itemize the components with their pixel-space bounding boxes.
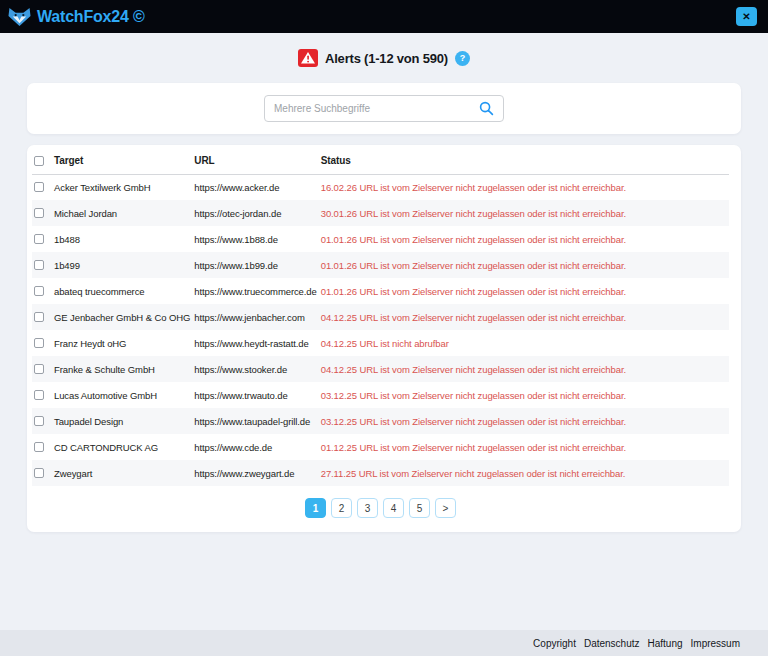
next-page-button[interactable]: > xyxy=(435,498,456,518)
table-row[interactable]: Michael Jordan https://otec-jordan.de 30… xyxy=(32,200,729,226)
alert-warning-icon xyxy=(298,49,318,67)
row-checkbox[interactable] xyxy=(34,468,44,478)
target-cell: CD CARTONDRUCK AG xyxy=(52,434,192,460)
table-row[interactable]: Lucas Automotive GmbH https://www.trwaut… xyxy=(32,382,729,408)
row-checkbox[interactable] xyxy=(34,338,44,348)
url-cell: https://www.cde.de xyxy=(192,434,318,460)
row-checkbox-cell xyxy=(32,434,52,460)
search-card xyxy=(27,83,741,134)
footer-link-copyright[interactable]: Copyright xyxy=(533,638,576,649)
table-row[interactable]: Franke & Schulte GmbH https://www.stooke… xyxy=(32,356,729,382)
row-checkbox-cell xyxy=(32,408,52,434)
page-button-2[interactable]: 2 xyxy=(331,498,352,518)
select-all-cell xyxy=(32,148,52,174)
page-title-row: Alerts (1-12 von 590) ? xyxy=(0,33,768,70)
row-checkbox-cell xyxy=(32,200,52,226)
url-cell: https://www.jenbacher.com xyxy=(192,304,318,330)
row-checkbox[interactable] xyxy=(34,364,44,374)
row-checkbox[interactable] xyxy=(34,234,44,244)
row-checkbox-cell xyxy=(32,304,52,330)
alerts-table-body: Acker Textilwerk GmbH https://www.acker.… xyxy=(32,174,729,486)
url-cell: https://www.taupadel-grill.de xyxy=(192,408,318,434)
search-input[interactable] xyxy=(274,103,473,114)
select-all-checkbox[interactable] xyxy=(34,156,44,166)
url-cell: https://www.stooker.de xyxy=(192,356,318,382)
target-cell: Zweygart xyxy=(52,460,192,486)
column-header-status[interactable]: Status xyxy=(319,148,729,174)
footer-link-haftung[interactable]: Haftung xyxy=(648,638,683,649)
close-button[interactable]: ✕ xyxy=(736,7,757,26)
status-cell: 04.12.25 URL ist vom Zielserver nicht zu… xyxy=(319,304,729,330)
search-box xyxy=(264,95,504,122)
url-cell: https://www.zweygart.de xyxy=(192,460,318,486)
url-cell: https://otec-jordan.de xyxy=(192,200,318,226)
page-title: Alerts (1-12 von 590) xyxy=(325,51,448,66)
fox-logo-icon xyxy=(8,7,31,27)
target-cell: Franz Heydt oHG xyxy=(52,330,192,356)
row-checkbox[interactable] xyxy=(34,442,44,452)
status-cell: 04.12.25 URL ist nicht abrufbar xyxy=(319,330,729,356)
status-cell: 27.11.25 URL ist vom Zielserver nicht zu… xyxy=(319,460,729,486)
row-checkbox-cell xyxy=(32,226,52,252)
page-button-5[interactable]: 5 xyxy=(409,498,430,518)
page-button-1[interactable]: 1 xyxy=(305,498,326,518)
url-cell: https://www.acker.de xyxy=(192,174,318,200)
table-row[interactable]: abateq truecommerce https://www.truecomm… xyxy=(32,278,729,304)
search-icon[interactable] xyxy=(479,101,494,116)
row-checkbox[interactable] xyxy=(34,416,44,426)
brand: WatchFox24 © xyxy=(8,7,144,27)
row-checkbox[interactable] xyxy=(34,286,44,296)
status-cell: 03.12.25 URL ist vom Zielserver nicht zu… xyxy=(319,408,729,434)
table-header-row: Target URL Status xyxy=(32,148,729,174)
table-row[interactable]: 1b488 https://www.1b88.de 01.01.26 URL i… xyxy=(32,226,729,252)
target-cell: Franke & Schulte GmbH xyxy=(52,356,192,382)
target-cell: 1b499 xyxy=(52,252,192,278)
pagination: 1 2 3 4 5 > xyxy=(32,486,729,518)
row-checkbox[interactable] xyxy=(34,260,44,270)
help-icon[interactable]: ? xyxy=(455,51,470,66)
column-header-target[interactable]: Target xyxy=(52,148,192,174)
row-checkbox[interactable] xyxy=(34,208,44,218)
row-checkbox-cell xyxy=(32,460,52,486)
url-cell: https://www.1b88.de xyxy=(192,226,318,252)
target-cell: Michael Jordan xyxy=(52,200,192,226)
status-cell: 30.01.26 URL ist vom Zielserver nicht zu… xyxy=(319,200,729,226)
row-checkbox-cell xyxy=(32,356,52,382)
target-cell: abateq truecommerce xyxy=(52,278,192,304)
target-cell: 1b488 xyxy=(52,226,192,252)
footer-link-datenschutz[interactable]: Datenschutz xyxy=(584,638,640,649)
status-cell: 03.12.25 URL ist vom Zielserver nicht zu… xyxy=(319,382,729,408)
row-checkbox[interactable] xyxy=(34,182,44,192)
topbar: WatchFox24 © ✕ xyxy=(0,0,768,33)
row-checkbox-cell xyxy=(32,174,52,200)
table-row[interactable]: Taupadel Design https://www.taupadel-gri… xyxy=(32,408,729,434)
target-cell: Lucas Automotive GmbH xyxy=(52,382,192,408)
row-checkbox[interactable] xyxy=(34,312,44,322)
status-cell: 01.01.26 URL ist vom Zielserver nicht zu… xyxy=(319,226,729,252)
row-checkbox-cell xyxy=(32,252,52,278)
table-row[interactable]: CD CARTONDRUCK AG https://www.cde.de 01.… xyxy=(32,434,729,460)
column-header-url[interactable]: URL xyxy=(192,148,318,174)
page-button-4[interactable]: 4 xyxy=(383,498,404,518)
footer: Copyright Datenschutz Haftung Impressum xyxy=(0,630,768,656)
row-checkbox[interactable] xyxy=(34,390,44,400)
table-row[interactable]: Zweygart https://www.zweygart.de 27.11.2… xyxy=(32,460,729,486)
footer-link-impressum[interactable]: Impressum xyxy=(691,638,740,649)
url-cell: https://www.1b99.de xyxy=(192,252,318,278)
target-cell: Taupadel Design xyxy=(52,408,192,434)
status-cell: 04.12.25 URL ist vom Zielserver nicht zu… xyxy=(319,356,729,382)
status-cell: 01.12.25 URL ist vom Zielserver nicht zu… xyxy=(319,434,729,460)
table-row[interactable]: 1b499 https://www.1b99.de 01.01.26 URL i… xyxy=(32,252,729,278)
status-cell: 01.01.26 URL ist vom Zielserver nicht zu… xyxy=(319,252,729,278)
target-cell: GE Jenbacher GmbH & Co OHG xyxy=(52,304,192,330)
status-cell: 16.02.26 URL ist vom Zielserver nicht zu… xyxy=(319,174,729,200)
page-button-3[interactable]: 3 xyxy=(357,498,378,518)
row-checkbox-cell xyxy=(32,382,52,408)
status-cell: 01.01.26 URL ist vom Zielserver nicht zu… xyxy=(319,278,729,304)
table-row[interactable]: GE Jenbacher GmbH & Co OHG https://www.j… xyxy=(32,304,729,330)
table-row[interactable]: Franz Heydt oHG https://www.heydt-rastat… xyxy=(32,330,729,356)
brand-name: WatchFox24 © xyxy=(37,8,144,26)
url-cell: https://www.truecommerce.de xyxy=(192,278,318,304)
url-cell: https://www.trwauto.de xyxy=(192,382,318,408)
table-row[interactable]: Acker Textilwerk GmbH https://www.acker.… xyxy=(32,174,729,200)
